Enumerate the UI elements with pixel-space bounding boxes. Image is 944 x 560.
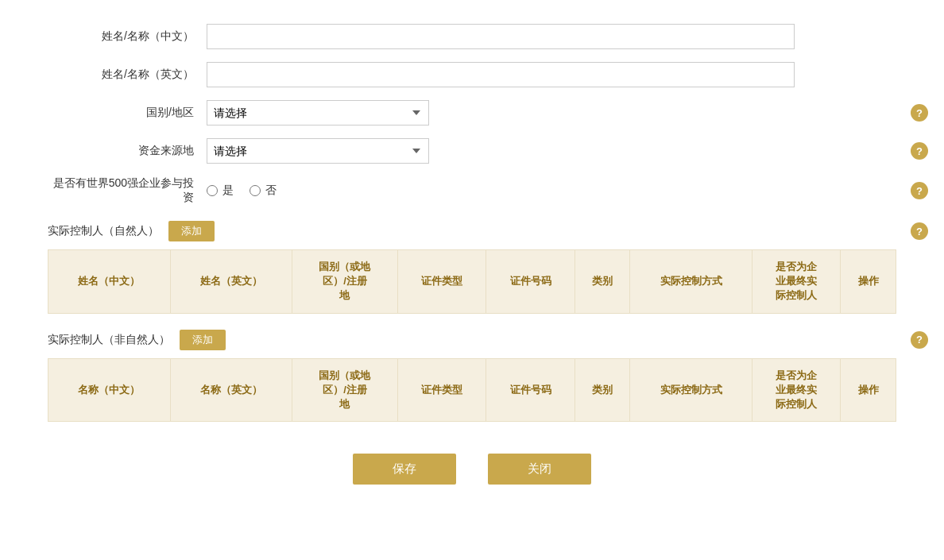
name-cn-row: 姓名/名称（中文） bbox=[48, 24, 896, 49]
col-name-cn: 姓名（中文） bbox=[48, 250, 171, 314]
non-natural-person-title: 实际控制人（非自然人） bbox=[48, 333, 170, 347]
country-select[interactable]: 请选择 bbox=[207, 100, 429, 126]
country-label: 国别/地区 bbox=[48, 106, 207, 120]
col-org-control-method: 实际控制方式 bbox=[630, 358, 752, 422]
name-en-row: 姓名/名称（英文） bbox=[48, 62, 896, 87]
col-org-cert-type: 证件类型 bbox=[397, 358, 486, 422]
close-button[interactable]: 关闭 bbox=[488, 454, 591, 485]
form-section: 姓名/名称（中文） 姓名/名称（英文） 国别/地区 请选择 ? 资金来源地 请选… bbox=[48, 24, 896, 205]
name-cn-input[interactable] bbox=[207, 24, 795, 49]
natural-person-table: 姓名（中文） 姓名（英文） 国别（或地区）/注册地 证件类型 证件号码 类别 实… bbox=[48, 249, 896, 314]
fortune500-no-label: 否 bbox=[265, 183, 277, 198]
fund-source-select[interactable]: 请选择 bbox=[207, 138, 429, 164]
col-org-name-cn: 名称（中文） bbox=[48, 358, 171, 422]
name-en-input[interactable] bbox=[207, 62, 795, 87]
country-row: 国别/地区 请选择 ? bbox=[48, 100, 896, 126]
natural-person-title: 实际控制人（自然人） bbox=[48, 224, 159, 238]
fortune500-no-option[interactable]: 否 bbox=[250, 183, 277, 198]
col-org-cert-no: 证件号码 bbox=[486, 358, 575, 422]
save-button[interactable]: 保存 bbox=[353, 454, 456, 485]
fortune500-radio-group: 是 否 bbox=[207, 183, 277, 198]
col-cert-no: 证件号码 bbox=[486, 250, 575, 314]
col-org-name-en: 名称（英文） bbox=[170, 358, 292, 422]
col-org-action: 操作 bbox=[841, 358, 896, 422]
natural-person-table-header-row: 姓名（中文） 姓名（英文） 国别（或地区）/注册地 证件类型 证件号码 类别 实… bbox=[48, 250, 896, 314]
country-help-icon[interactable]: ? bbox=[911, 104, 928, 122]
fortune500-row: 是否有世界500强企业参与投资 是 否 ? bbox=[48, 176, 896, 205]
col-name-en: 姓名（英文） bbox=[170, 250, 292, 314]
non-natural-person-table-header-row: 名称（中文） 名称（英文） 国别（或地区）/注册地 证件类型 证件号码 类别 实… bbox=[48, 358, 896, 422]
col-country: 国别（或地区）/注册地 bbox=[292, 250, 398, 314]
footer-buttons: 保存 关闭 bbox=[48, 454, 896, 485]
natural-person-section-header: 实际控制人（自然人） 添加 ? bbox=[48, 221, 896, 241]
fortune500-no-radio[interactable] bbox=[250, 185, 261, 196]
name-cn-label: 姓名/名称（中文） bbox=[48, 29, 207, 44]
fund-source-label: 资金来源地 bbox=[48, 144, 207, 158]
fortune500-yes-radio[interactable] bbox=[207, 185, 218, 196]
non-natural-person-add-button[interactable]: 添加 bbox=[180, 330, 226, 350]
col-control-method: 实际控制方式 bbox=[630, 250, 752, 314]
natural-person-add-button[interactable]: 添加 bbox=[168, 221, 215, 241]
non-natural-person-section-header: 实际控制人（非自然人） 添加 ? bbox=[48, 330, 896, 350]
col-org-category: 类别 bbox=[575, 358, 630, 422]
non-natural-person-table: 名称（中文） 名称（英文） 国别（或地区）/注册地 证件类型 证件号码 类别 实… bbox=[48, 358, 896, 423]
fund-source-row: 资金来源地 请选择 ? bbox=[48, 138, 896, 164]
fortune500-yes-option[interactable]: 是 bbox=[207, 183, 234, 198]
col-is-final-controller: 是否为企业最终实际控制人 bbox=[752, 250, 841, 314]
fortune500-yes-label: 是 bbox=[222, 183, 234, 198]
col-org-is-final-controller: 是否为企业最终实际控制人 bbox=[752, 358, 841, 422]
fortune500-help-icon[interactable]: ? bbox=[911, 182, 928, 199]
col-org-country: 国别（或地区）/注册地 bbox=[292, 358, 398, 422]
natural-person-help-icon[interactable]: ? bbox=[911, 222, 928, 240]
non-natural-person-help-icon[interactable]: ? bbox=[911, 331, 928, 349]
col-cert-type: 证件类型 bbox=[397, 250, 486, 314]
col-category: 类别 bbox=[575, 250, 630, 314]
fortune500-label: 是否有世界500强企业参与投资 bbox=[48, 176, 207, 205]
fund-source-help-icon[interactable]: ? bbox=[911, 142, 928, 160]
name-en-label: 姓名/名称（英文） bbox=[48, 68, 207, 82]
col-action: 操作 bbox=[841, 250, 896, 314]
